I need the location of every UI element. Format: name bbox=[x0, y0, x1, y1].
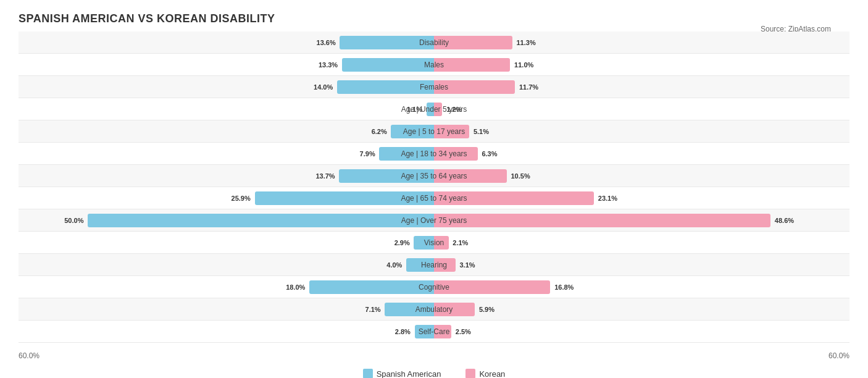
chart-row: Males13.3%11.0% bbox=[19, 54, 849, 76]
value-right: 16.8% bbox=[554, 284, 574, 291]
value-left: 18.0% bbox=[286, 284, 305, 291]
axis-right-label: 60.0% bbox=[828, 351, 849, 360]
value-right: 6.3% bbox=[482, 150, 497, 158]
bar-left bbox=[88, 214, 434, 227]
chart-row: Hearing4.0%3.1% bbox=[19, 254, 849, 276]
chart-row: Age | Under 5 years1.1%1.2% bbox=[19, 98, 849, 120]
value-left: 13.3% bbox=[319, 61, 338, 69]
value-left: 7.1% bbox=[365, 306, 381, 313]
legend-item-left: Spanish American bbox=[363, 369, 441, 378]
bar-right bbox=[434, 58, 510, 72]
legend-label-left: Spanish American bbox=[377, 369, 441, 379]
chart-row: Age | 65 to 74 years25.9%23.1% bbox=[19, 187, 849, 209]
value-right: 48.6% bbox=[775, 217, 794, 224]
value-left: 2.9% bbox=[394, 239, 410, 246]
chart-row: Age | 35 to 64 years13.7%10.5% bbox=[19, 165, 849, 187]
row-label: Age | Under 5 years bbox=[401, 105, 467, 114]
value-right: 11.3% bbox=[516, 39, 535, 46]
value-left: 50.0% bbox=[64, 217, 83, 224]
bar-area: Age | Over 75 years50.0%48.6% bbox=[19, 209, 849, 231]
bar-area: Self-Care2.8%2.5% bbox=[19, 321, 849, 342]
bar-area: Age | 18 to 34 years7.9%6.3% bbox=[19, 143, 849, 164]
row-label: Females bbox=[420, 83, 448, 91]
bar-right bbox=[434, 214, 770, 227]
bar-area: Age | 65 to 74 years25.9%23.1% bbox=[19, 187, 849, 209]
value-right: 3.1% bbox=[460, 261, 475, 269]
row-label: Males bbox=[424, 61, 444, 69]
row-label: Age | 18 to 34 years bbox=[401, 149, 467, 158]
value-right: 2.5% bbox=[456, 328, 471, 335]
value-right: 2.1% bbox=[453, 239, 468, 246]
bar-left bbox=[342, 58, 434, 72]
bar-area: Age | 5 to 17 years6.2%5.1% bbox=[19, 120, 849, 142]
value-left: 25.9% bbox=[232, 195, 251, 202]
value-left: 4.0% bbox=[386, 261, 402, 269]
row-label: Age | 5 to 17 years bbox=[403, 127, 465, 136]
bar-area: Vision2.9%2.1% bbox=[19, 232, 849, 253]
row-label: Self-Care bbox=[419, 327, 450, 336]
chart-row: Disability13.6%11.3% bbox=[19, 32, 849, 54]
bar-area: Females14.0%11.7% bbox=[19, 76, 849, 98]
chart-row: Vision2.9%2.1% bbox=[19, 232, 849, 254]
row-label: Vision bbox=[424, 238, 444, 247]
axis-left-label: 60.0% bbox=[19, 351, 40, 360]
bar-area: Ambulatory7.1%5.9% bbox=[19, 298, 849, 320]
chart-row: Ambulatory7.1%5.9% bbox=[19, 298, 849, 321]
row-label: Disability bbox=[419, 38, 449, 47]
row-label: Hearing bbox=[421, 261, 447, 269]
row-label: Age | 35 to 64 years bbox=[401, 172, 467, 180]
legend-box-left bbox=[363, 369, 373, 378]
chart-row: Age | 18 to 34 years7.9%6.3% bbox=[19, 143, 849, 165]
bar-area: Age | Under 5 years1.1%1.2% bbox=[19, 98, 849, 120]
chart-row: Females14.0%11.7% bbox=[19, 76, 849, 98]
bar-area: Hearing4.0%3.1% bbox=[19, 254, 849, 275]
bar-area: Age | 35 to 64 years13.7%10.5% bbox=[19, 165, 849, 187]
value-left: 14.0% bbox=[314, 83, 333, 91]
chart-container: Disability13.6%11.3%Males13.3%11.0%Femal… bbox=[19, 32, 849, 343]
legend-box-right bbox=[465, 369, 475, 378]
value-right: 11.7% bbox=[519, 83, 538, 91]
bar-left bbox=[309, 280, 434, 294]
bar-area: Males13.3%11.0% bbox=[19, 54, 849, 75]
value-left: 13.7% bbox=[315, 172, 335, 180]
legend-label-right: Korean bbox=[479, 369, 505, 379]
row-label: Age | 65 to 74 years bbox=[401, 194, 467, 203]
row-label: Cognitive bbox=[419, 283, 449, 292]
row-label: Ambulatory bbox=[415, 305, 453, 314]
chart-title: SPANISH AMERICAN VS KOREAN DISABILITY bbox=[19, 12, 849, 25]
value-right: 23.1% bbox=[598, 195, 617, 202]
value-left: 6.2% bbox=[372, 128, 387, 135]
value-right: 10.5% bbox=[511, 172, 530, 180]
row-label: Age | Over 75 years bbox=[401, 216, 467, 225]
chart-row: Age | 5 to 17 years6.2%5.1% bbox=[19, 120, 849, 143]
bar-area: Cognitive18.0%16.8% bbox=[19, 276, 849, 298]
legend-item-right: Korean bbox=[465, 369, 505, 378]
value-left: 7.9% bbox=[360, 150, 375, 158]
value-right: 11.0% bbox=[514, 61, 533, 69]
chart-row: Age | Over 75 years50.0%48.6% bbox=[19, 209, 849, 232]
value-right: 5.1% bbox=[474, 128, 489, 135]
bar-area: Disability13.6%11.3% bbox=[19, 32, 849, 53]
chart-row: Self-Care2.8%2.5% bbox=[19, 321, 849, 343]
bar-right bbox=[434, 280, 550, 294]
chart-row: Cognitive18.0%16.8% bbox=[19, 276, 849, 298]
value-left: 2.8% bbox=[395, 328, 411, 335]
value-left: 13.6% bbox=[317, 39, 336, 46]
value-right: 5.9% bbox=[479, 306, 495, 313]
